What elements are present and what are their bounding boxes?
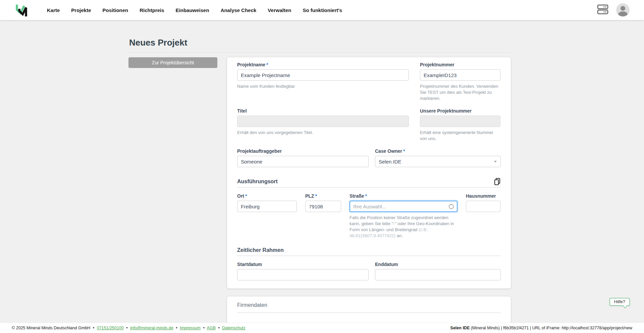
nav-item-analyse-check[interactable]: Analyse Check: [221, 7, 257, 13]
footer-separator: •: [93, 326, 94, 330]
zur-projektuebersicht-button[interactable]: Zur Projektübersicht: [128, 57, 217, 68]
footer-link-phone[interactable]: 07151/250100: [97, 326, 124, 330]
project-form-card: Projektname* Name vom Kunden festlegbar …: [227, 57, 511, 288]
projektname-helper: Name vom Kunden festlegbar: [237, 83, 409, 89]
unsere-projektnummer-label: Unsere Projektnummer: [420, 108, 500, 114]
navbar-right: [597, 4, 629, 16]
strasse-input[interactable]: [350, 201, 458, 212]
case-owner-label: Case Owner*: [375, 148, 501, 154]
footer-left: © 2025 Mineral Minds Deutschland GmbH • …: [12, 326, 246, 330]
user-avatar-icon[interactable]: [616, 4, 629, 16]
required-marker: *: [403, 148, 405, 154]
required-marker: *: [365, 193, 367, 199]
main-content: Neues Projekt Zur Projektübersicht Proje…: [0, 20, 644, 323]
page-title: Neues Projekt: [129, 38, 511, 48]
hilfe-button[interactable]: Hilfe?: [609, 298, 630, 306]
footer-session-info: Selen IDE (Mineral Minds) | f6b35b1f4271…: [450, 326, 632, 330]
main-navigation: Karte Projekte Positionen Richtpreis Ein…: [47, 7, 342, 13]
top-navbar: Karte Projekte Positionen Richtpreis Ein…: [0, 0, 644, 20]
firmendaten-divider: [237, 313, 501, 313]
nav-item-verwalten[interactable]: Verwalten: [268, 7, 291, 13]
projektauftraggeber-label: Projektauftraggeber: [237, 148, 369, 154]
projektnummer-helper: Projektnummer des Kunden. Verwenden Sie …: [420, 83, 500, 102]
zeitlicher-rahmen-heading: Zeitlicher Rahmen: [237, 247, 284, 254]
footer: © 2025 Mineral Minds Deutschland GmbH • …: [0, 323, 644, 333]
titel-input: [237, 116, 409, 127]
ausfuehrungsort-divider: [237, 187, 501, 188]
titel-label: Titel: [237, 108, 409, 114]
nav-item-karte[interactable]: Karte: [47, 7, 60, 13]
projektname-label: Projektname*: [237, 62, 409, 67]
plz-label-text: PLZ: [305, 193, 314, 199]
unsere-projektnummer-helper: Erhält eine systemgenerierte Nummer von …: [420, 130, 500, 142]
nav-item-projekte[interactable]: Projekte: [71, 7, 91, 13]
projektnummer-label: Projektnummer: [420, 62, 500, 67]
enddatum-label: Enddatum: [375, 262, 501, 267]
footer-separator: •: [176, 326, 177, 330]
startdatum-label: Startdatum: [237, 262, 369, 267]
startdatum-input[interactable]: [237, 269, 369, 280]
avatar-head: [621, 6, 625, 11]
required-marker: *: [245, 193, 247, 199]
plz-input[interactable]: [305, 201, 341, 212]
nav-item-richtpreis[interactable]: Richtpreis: [140, 7, 164, 13]
title-divider: [128, 52, 511, 53]
server-icon[interactable]: [597, 4, 608, 16]
plz-label: PLZ*: [305, 193, 341, 199]
footer-user-name: Selen IDE: [450, 326, 470, 330]
hausnummer-input[interactable]: [466, 201, 500, 212]
projektnummer-input[interactable]: [420, 69, 500, 81]
projektname-input[interactable]: [237, 69, 409, 81]
avatar-shoulders: [618, 11, 628, 16]
strasse-helper-end: an.: [395, 233, 403, 238]
footer-copyright: © 2025 Mineral Minds Deutschland GmbH: [12, 326, 90, 330]
loading-spinner-icon: [449, 204, 454, 209]
projektauftraggeber-input[interactable]: [237, 156, 369, 167]
footer-link-datenschutz[interactable]: Datenschutz: [222, 326, 245, 330]
firmendaten-card: Firmendaten: [227, 296, 511, 323]
zeitlicher-rahmen-divider: [237, 256, 501, 256]
footer-separator: •: [203, 326, 204, 330]
ort-label: Ort*: [237, 193, 297, 199]
ort-input[interactable]: [237, 201, 297, 212]
hausnummer-label: Hausnummer: [466, 193, 500, 199]
nav-item-einbauweisen[interactable]: Einbauweisen: [176, 7, 209, 13]
ausfuehrungsort-heading: Ausführungsort: [237, 178, 278, 185]
footer-link-email[interactable]: info@mineral-minds.de: [130, 326, 173, 330]
nav-item-positionen[interactable]: Positionen: [103, 7, 128, 13]
mineral-minds-logo-icon[interactable]: [15, 3, 29, 17]
strasse-helper-main: Falls die Position keiner Straße zugeord…: [350, 215, 454, 232]
case-owner-label-text: Case Owner: [375, 148, 402, 154]
required-marker: *: [266, 62, 268, 67]
copy-icon[interactable]: [494, 178, 501, 185]
footer-link-impressum[interactable]: Impressum: [180, 326, 201, 330]
unsere-projektnummer-input: [420, 116, 500, 127]
projektname-label-text: Projektname: [237, 62, 265, 67]
firmendaten-heading: Firmendaten: [237, 302, 267, 308]
footer-separator: •: [126, 326, 127, 330]
titel-helper: Erhält den von uns vorgegebenen Titel.: [237, 130, 409, 136]
strasse-label: Straße*: [350, 193, 458, 199]
strasse-helper: Falls die Position keiner Straße zugeord…: [350, 215, 458, 239]
case-owner-select[interactable]: [375, 156, 501, 167]
nav-item-so-funktionierts[interactable]: So funktioniert's: [303, 7, 342, 13]
footer-session-details: (Mineral Minds) | f6b35b1f4271 | URL of …: [470, 326, 632, 330]
footer-link-agb[interactable]: AGB: [207, 326, 216, 330]
required-marker: *: [315, 193, 317, 199]
strasse-label-text: Straße: [350, 193, 364, 199]
case-owner-value[interactable]: [375, 156, 501, 167]
footer-separator: •: [218, 326, 219, 330]
ort-label-text: Ort: [237, 193, 244, 199]
enddatum-input[interactable]: [375, 269, 501, 280]
